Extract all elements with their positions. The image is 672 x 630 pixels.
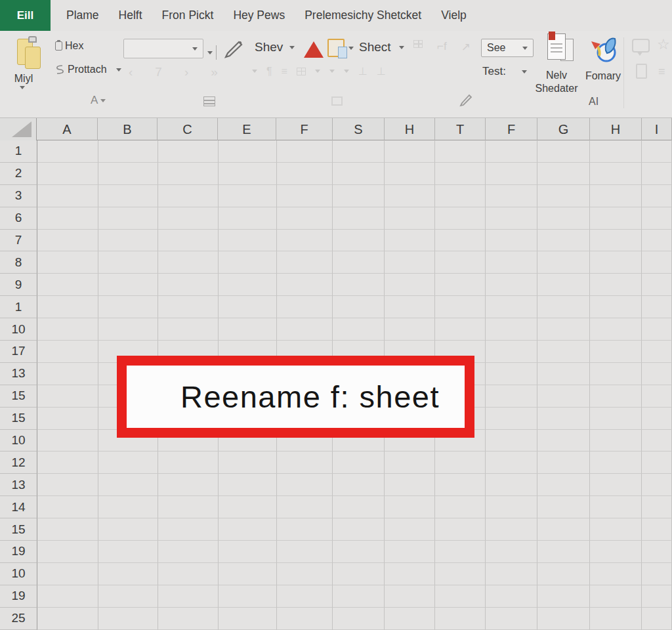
cell-r14-c4[interactable]: [277, 452, 333, 474]
cell-r8-c4[interactable]: [277, 318, 333, 341]
row-header-4[interactable]: 7: [0, 230, 37, 252]
sheet-dropdown[interactable]: Shect: [359, 40, 404, 54]
cell-r1-c5[interactable]: [333, 163, 385, 185]
cell-r9-c10[interactable]: [590, 341, 642, 363]
cell-r8-c8[interactable]: [486, 318, 537, 341]
cell-r9-c0[interactable]: [37, 341, 98, 363]
cell-r16-c0[interactable]: [37, 496, 98, 518]
cell-r21-c5[interactable]: [333, 608, 385, 630]
cell-r6-c5[interactable]: [333, 274, 385, 296]
test-dropdown[interactable]: Test:: [482, 65, 527, 78]
cell-r16-c11[interactable]: [642, 496, 672, 518]
row-header-17[interactable]: 15: [0, 518, 37, 541]
cell-r8-c5[interactable]: [333, 318, 385, 341]
workbook-dropdown-caret[interactable]: [348, 47, 354, 50]
cell-r12-c9[interactable]: [537, 408, 590, 430]
cell-r17-c10[interactable]: [590, 518, 642, 541]
cell-r19-c4[interactable]: [277, 563, 333, 585]
cell-r9-c9[interactable]: [537, 341, 590, 363]
cell-r21-c6[interactable]: [385, 608, 435, 630]
cell-r0-c10[interactable]: [590, 140, 642, 163]
cell-r0-c7[interactable]: [435, 140, 486, 163]
cell-r4-c6[interactable]: [385, 230, 435, 252]
cell-r8-c0[interactable]: [37, 318, 98, 341]
cell-r20-c4[interactable]: [277, 585, 333, 608]
cell-r4-c5[interactable]: [333, 230, 385, 252]
cell-r15-c8[interactable]: [486, 474, 537, 496]
menu-item-helft[interactable]: Helft: [119, 9, 142, 22]
cell-r3-c1[interactable]: [98, 207, 158, 230]
cell-r21-c10[interactable]: [590, 608, 642, 630]
cell-r3-c7[interactable]: [435, 207, 486, 230]
cell-r18-c5[interactable]: [333, 541, 385, 563]
cell-r21-c9[interactable]: [537, 608, 590, 630]
cell-r2-c10[interactable]: [590, 185, 642, 207]
cell-r17-c11[interactable]: [642, 518, 672, 541]
cell-r17-c8[interactable]: [486, 518, 537, 541]
cell-r0-c3[interactable]: [219, 140, 277, 163]
cell-r11-c11[interactable]: [642, 385, 672, 408]
column-header-E-3[interactable]: E: [218, 118, 276, 140]
cell-r17-c9[interactable]: [537, 518, 590, 541]
cell-r0-c0[interactable]: [37, 140, 98, 163]
cell-r20-c1[interactable]: [98, 585, 158, 608]
cell-r2-c0[interactable]: [37, 185, 98, 207]
column-header-H-6[interactable]: H: [385, 118, 435, 140]
cell-r14-c2[interactable]: [158, 452, 219, 474]
cell-r17-c5[interactable]: [333, 518, 385, 541]
cell-r20-c0[interactable]: [37, 585, 98, 608]
cell-r5-c9[interactable]: [537, 251, 590, 274]
cell-r20-c11[interactable]: [642, 585, 672, 608]
cell-r17-c0[interactable]: [37, 518, 98, 541]
cell-r3-c5[interactable]: [333, 207, 385, 230]
cell-r14-c3[interactable]: [219, 452, 277, 474]
cell-r21-c11[interactable]: [642, 608, 672, 630]
cell-r3-c3[interactable]: [219, 207, 277, 230]
row-header-0[interactable]: 1: [0, 140, 37, 163]
cell-r6-c4[interactable]: [277, 274, 333, 296]
cell-r5-c10[interactable]: [590, 251, 642, 274]
cell-r20-c8[interactable]: [486, 585, 537, 608]
cell-r7-c9[interactable]: [537, 296, 590, 318]
cell-r6-c0[interactable]: [37, 274, 98, 296]
cell-r16-c8[interactable]: [486, 496, 537, 518]
cell-r0-c2[interactable]: [158, 140, 219, 163]
cell-r4-c10[interactable]: [590, 230, 642, 252]
cell-r14-c1[interactable]: [98, 452, 158, 474]
cell-r8-c6[interactable]: [385, 318, 435, 341]
cell-r10-c0[interactable]: [37, 363, 98, 385]
cell-r19-c8[interactable]: [486, 563, 537, 585]
see-dropdown[interactable]: See: [481, 39, 534, 57]
cell-r17-c3[interactable]: [219, 518, 277, 541]
cell-r6-c7[interactable]: [435, 274, 486, 296]
cell-r1-c10[interactable]: [590, 163, 642, 185]
cell-r15-c6[interactable]: [385, 474, 435, 496]
cell-r10-c9[interactable]: [537, 363, 590, 385]
row-header-6[interactable]: 9: [0, 274, 37, 296]
cell-r16-c7[interactable]: [435, 496, 486, 518]
cell-r6-c11[interactable]: [642, 274, 672, 296]
file-menu-button[interactable]: Eill: [0, 0, 51, 31]
cell-r14-c5[interactable]: [333, 452, 385, 474]
cell-r13-c0[interactable]: [37, 430, 98, 452]
cell-r6-c1[interactable]: [98, 274, 158, 296]
column-header-B-1[interactable]: B: [98, 118, 158, 140]
cell-r19-c10[interactable]: [590, 563, 642, 585]
cell-r8-c10[interactable]: [590, 318, 642, 341]
cell-r13-c8[interactable]: [486, 430, 537, 452]
cell-r2-c1[interactable]: [98, 185, 158, 207]
cell-r18-c10[interactable]: [590, 541, 642, 563]
cell-r6-c8[interactable]: [486, 274, 537, 296]
cell-r14-c11[interactable]: [642, 452, 672, 474]
row-header-18[interactable]: 19: [0, 541, 37, 563]
cell-r16-c2[interactable]: [158, 496, 219, 518]
row-header-11[interactable]: 15: [0, 385, 37, 408]
cell-r2-c8[interactable]: [486, 185, 537, 207]
row-header-13[interactable]: 10: [0, 430, 37, 452]
cell-r2-c5[interactable]: [333, 185, 385, 207]
cell-r4-c1[interactable]: [98, 230, 158, 252]
cell-r2-c3[interactable]: [219, 185, 277, 207]
row-header-15[interactable]: 13: [0, 474, 37, 496]
cell-r20-c3[interactable]: [219, 585, 277, 608]
row-header-14[interactable]: 12: [0, 452, 37, 474]
